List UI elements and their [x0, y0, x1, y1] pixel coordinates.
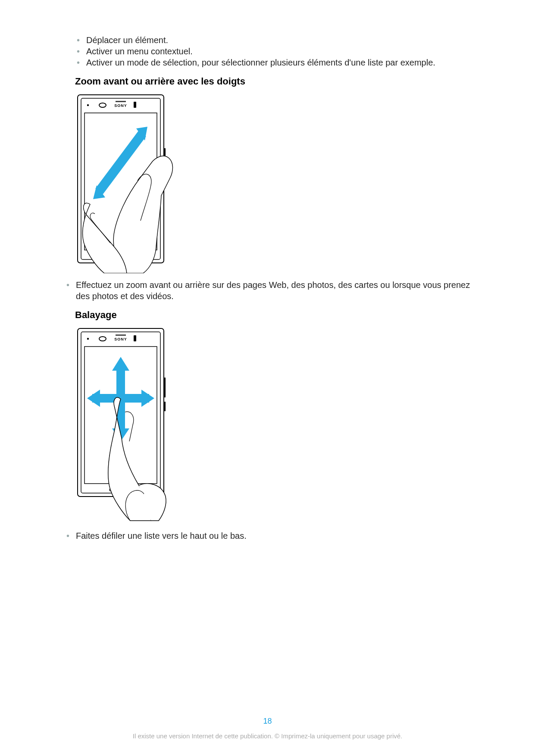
copyright-text: Il existe une version Internet de cette … [0, 732, 535, 740]
svg-rect-20 [134, 335, 136, 341]
page-content: Déplacer un élément. Activer un menu con… [65, 34, 470, 541]
svg-rect-25 [92, 394, 149, 403]
svg-text:SONY: SONY [114, 337, 127, 341]
list-item: Activer un mode de sélection, pour sélec… [75, 57, 470, 68]
svg-rect-7 [134, 102, 136, 108]
zoom-bullet-list: Effectuez un zoom avant ou arrière sur d… [65, 279, 470, 302]
list-item: Déplacer un élément. [75, 34, 470, 46]
svg-point-16 [87, 338, 89, 340]
top-bullet-list: Déplacer un élément. Activer un menu con… [75, 34, 470, 68]
list-item: Activer un menu contextuel. [75, 46, 470, 57]
svg-rect-19 [116, 334, 126, 336]
list-item: Faites défiler une liste vers le haut ou… [65, 530, 470, 541]
svg-text:SONY: SONY [114, 103, 127, 108]
document-page: Déplacer un élément. Activer un menu con… [0, 0, 535, 756]
svg-rect-23 [164, 402, 166, 411]
swipe-illustration: SONY [75, 326, 470, 526]
list-item: Effectuez un zoom avant ou arrière sur d… [65, 279, 470, 302]
heading-zoom: Zoom avant ou arrière avec les doigts [75, 76, 470, 87]
zoom-illustration: SONY [75, 92, 470, 275]
swipe-bullet-list: Faites défiler une liste vers le haut ou… [65, 530, 470, 541]
svg-point-3 [87, 104, 89, 106]
heading-swipe: Balayage [75, 309, 470, 321]
svg-rect-22 [164, 378, 166, 397]
page-number: 18 [0, 717, 535, 726]
svg-rect-6 [116, 101, 126, 102]
